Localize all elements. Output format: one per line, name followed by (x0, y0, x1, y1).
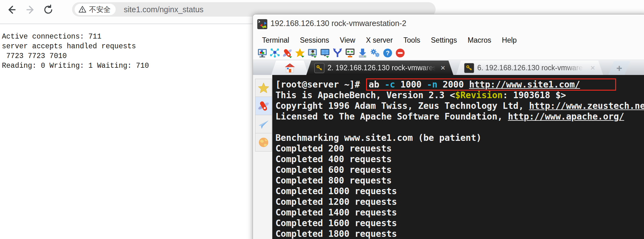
terminal-line: [root@server ~]# ab -c 1000 -n 2000 http… (275, 79, 644, 90)
terminal-url: http://www.site1.com/ (469, 79, 580, 90)
terminal-text: Completed 600 requests (275, 165, 392, 175)
menu-item-view[interactable]: View (334, 34, 360, 46)
menu-item-sessions[interactable]: Sessions (295, 34, 334, 46)
terminal-text: Completed 1600 requests (275, 218, 397, 228)
terminal-line: This is ApacheBench, Version 2.3 <$Revis… (275, 90, 644, 101)
tab-bar: 2. 192.168.126.130 rock-vmwarestation × … (253, 60, 644, 75)
icon-toolbar: ? (253, 46, 644, 60)
menu-item-terminal[interactable]: Terminal (257, 34, 295, 46)
reload-button[interactable] (41, 3, 55, 17)
tab-close-icon[interactable]: × (441, 63, 445, 73)
terminal-text: ab (369, 79, 385, 90)
nginx-status-line: 7723 7723 7010 (2, 51, 249, 61)
terminal-line: Completed 1800 requests (275, 229, 644, 239)
terminal-line (275, 122, 644, 133)
window-title: 192.168.126.130 rock-vmwarestation-2 (270, 19, 406, 28)
home-icon (284, 62, 296, 74)
star-icon[interactable] (255, 79, 272, 97)
terminal-line: Completed 600 requests (275, 165, 644, 175)
terminal-text: Licensed to The Apache Software Foundati… (275, 111, 508, 122)
exit-icon[interactable] (394, 47, 406, 59)
nginx-status-line: server accepts handled requests (2, 42, 249, 51)
menu-item-tools[interactable]: Tools (398, 34, 426, 46)
terminal-line: Completed 200 requests (275, 143, 644, 154)
sidebar (253, 75, 272, 239)
menu-bar: TerminalSessionsViewX serverToolsSetting… (253, 34, 644, 46)
security-label: 不安全 (89, 5, 111, 14)
terminal-text: Completed 800 requests (275, 175, 392, 186)
terminal-text: 1000 (395, 79, 427, 90)
ssh-key-icon (314, 63, 324, 73)
command-highlight-box: ab -c 1000 -n 2000 http://www.site1.com/ (366, 78, 616, 91)
terminal-line: Completed 1400 requests (275, 207, 644, 218)
svg-text:?: ? (386, 50, 390, 56)
tab-label: 6. 192.168.126.130 rock-vmwarestation (477, 64, 587, 72)
split-view-icon[interactable] (319, 47, 331, 59)
terminal-text: Copyright 1996 Adam Twiss, Zeus Technolo… (275, 101, 529, 111)
terminal-line: Completed 1000 requests (275, 186, 644, 197)
terminal-text: Completed 1400 requests (275, 207, 397, 218)
terminal-text: $Revision (455, 90, 503, 100)
terminal-url: http://www.zeustech.net/ (529, 101, 644, 111)
terminal-line: Licensed to The Apache Software Foundati… (275, 111, 644, 122)
menu-item-help[interactable]: Help (497, 34, 522, 46)
terminal-text: : 1903618 $> (503, 90, 566, 100)
tunneling-icon[interactable] (344, 47, 356, 59)
terminal-text: Completed 200 requests (275, 143, 392, 154)
terminal-text: Completed 1000 requests (275, 186, 397, 196)
help-icon[interactable]: ? (381, 47, 394, 59)
nginx-status-line: Active connections: 711 (2, 32, 249, 42)
tools-knife-icon[interactable] (255, 97, 272, 115)
terminal-line: Completed 800 requests (275, 175, 644, 186)
forward-button[interactable] (24, 3, 38, 17)
games-icon[interactable] (294, 47, 306, 59)
terminal-line: Copyright 1996 Adam Twiss, Zeus Technolo… (275, 101, 644, 111)
tab-inactive-session[interactable]: 6. 192.168.126.130 rock-vmwarestation × (456, 61, 603, 75)
terminal-line: Completed 1600 requests (275, 218, 644, 229)
security-chip[interactable]: 不安全 (75, 4, 116, 15)
terminal-output[interactable]: [root@server ~]# ab -c 1000 -n 2000 http… (272, 75, 644, 239)
multiexec-icon[interactable] (331, 47, 344, 59)
terminal-line: Completed 1200 requests (275, 197, 644, 207)
tab-active-session[interactable]: 2. 192.168.126.130 rock-vmwarestation × (306, 61, 453, 75)
new-tab-button[interactable]: + (608, 61, 630, 75)
terminal-text: Completed 1800 requests (275, 229, 397, 239)
terminal-text: This is ApacheBench, Version 2.3 < (275, 90, 455, 100)
nginx-status-line: Reading: 0 Writing: 1 Waiting: 710 (2, 61, 249, 71)
menu-item-x-server[interactable]: X server (361, 34, 398, 46)
terminal-text: 2000 (437, 79, 469, 90)
mobaxterm-app-icon (257, 19, 267, 29)
terminal-url: http://www.apache.org/ (508, 111, 624, 122)
terminal-text: -c (385, 79, 395, 90)
settings-icon[interactable] (369, 47, 381, 59)
tab-label: 2. 192.168.126.130 rock-vmwarestation (327, 64, 437, 72)
warning-icon (78, 5, 86, 13)
tools-icon[interactable] (281, 47, 294, 59)
terminal-text: -n (427, 79, 437, 90)
menu-item-macros[interactable]: Macros (462, 34, 496, 46)
tab-close-icon[interactable]: × (590, 63, 595, 73)
packages-icon[interactable] (356, 47, 369, 59)
session-icon[interactable] (256, 47, 269, 59)
paper-plane-icon[interactable] (255, 115, 272, 133)
terminal-line: Completed 400 requests (275, 154, 644, 165)
ssh-key-icon (464, 63, 474, 73)
nginx-status-page: Active connections: 711server accepts ha… (2, 32, 249, 71)
back-button[interactable] (4, 3, 18, 17)
terminal-line: Benchmarking www.site1.com (be patient) (275, 133, 644, 143)
mobaxterm-window: 192.168.126.130 rock-vmwarestation-2 Ter… (253, 14, 644, 239)
globe-icon[interactable] (255, 133, 272, 151)
menu-item-settings[interactable]: Settings (426, 34, 462, 46)
sessions-user-icon[interactable] (306, 47, 319, 59)
terminal-text: Benchmarking www.site1.com (be patient) (275, 133, 481, 143)
servers-icon[interactable] (269, 47, 281, 59)
home-tab[interactable] (271, 61, 309, 75)
terminal-text: [root@server ~]# (275, 79, 365, 90)
terminal-text: Completed 400 requests (275, 154, 392, 164)
terminal-text: Completed 1200 requests (275, 197, 397, 207)
window-title-bar[interactable]: 192.168.126.130 rock-vmwarestation-2 (253, 14, 644, 34)
url-text: site1.com/nginx_status (124, 2, 203, 17)
